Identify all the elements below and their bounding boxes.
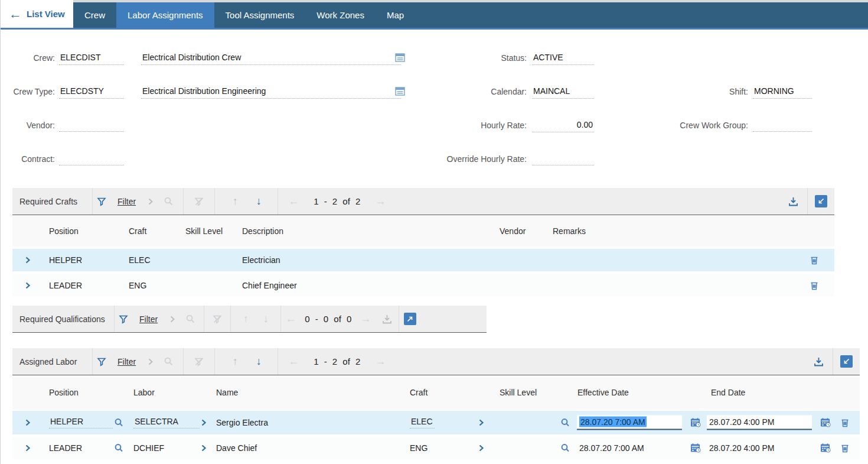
tab-crew[interactable]: Crew — [73, 2, 116, 28]
crew-type-detail-menu-icon[interactable] — [395, 87, 405, 98]
previous-row-icon[interactable]: ↑ — [236, 313, 256, 325]
position-cell: LEADER — [49, 281, 82, 290]
override-hourly-rate-field[interactable] — [532, 154, 594, 166]
vendor-field[interactable] — [59, 120, 124, 132]
expand-row-icon[interactable] — [24, 444, 31, 452]
filter-icon[interactable] — [115, 314, 132, 324]
expand-row-icon[interactable] — [24, 281, 31, 290]
back-arrow-icon: ← — [9, 8, 22, 21]
expand-row-icon[interactable] — [24, 418, 31, 427]
chevron-right-icon[interactable] — [142, 197, 159, 206]
override-hourly-rate-label: Override Hourly Rate: — [438, 154, 527, 164]
effective-date-lookup-icon[interactable] — [560, 443, 570, 453]
required-crafts-pager: 1 - 2 of 2 — [314, 196, 360, 206]
calendar-icon[interactable] — [690, 418, 701, 428]
name-detail-icon[interactable] — [200, 444, 207, 452]
previous-row-icon[interactable]: ↑ — [223, 195, 247, 207]
search-icon[interactable] — [159, 356, 177, 366]
craft-field[interactable]: ELEC — [410, 417, 435, 429]
next-row-icon[interactable]: ↓ — [247, 355, 270, 368]
crew-type-description-field[interactable]: Electrical Distribution Engineering — [141, 86, 401, 99]
calendar-icon[interactable] — [820, 443, 831, 453]
calendar-icon[interactable] — [690, 443, 701, 453]
shift-field[interactable]: MORNING — [753, 86, 812, 99]
previous-row-icon[interactable]: ↑ — [223, 355, 247, 368]
name-cell: Dave Chief — [216, 443, 257, 453]
calendar-field[interactable]: MAINCAL — [532, 86, 594, 99]
filter-link[interactable]: Filter — [118, 197, 136, 206]
required-crafts-row[interactable]: HELPER ELEC Electrician — [12, 249, 834, 271]
divider — [214, 348, 215, 375]
crew-field[interactable]: ELECDIST — [59, 53, 124, 65]
required-crafts-header: Position Craft Skill Level Description V… — [12, 216, 834, 246]
skill-level-detail-icon[interactable] — [478, 418, 485, 427]
chevron-right-icon[interactable] — [164, 315, 181, 323]
expand-section-icon[interactable] — [404, 313, 416, 325]
required-crafts-row[interactable]: LEADER ENG Chief Engineer — [12, 274, 834, 297]
tab-work-zones[interactable]: Work Zones — [305, 2, 376, 28]
name-detail-icon[interactable] — [200, 418, 207, 427]
crew-description-field[interactable]: Electrical Distribution Crew — [141, 53, 401, 65]
expand-row-icon[interactable] — [24, 256, 31, 264]
assigned-labor-row[interactable]: LEADER DCHIEF Dave Chief ENG 28.07.20 7:… — [12, 437, 860, 459]
skill-level-detail-icon[interactable] — [478, 444, 485, 452]
search-icon[interactable] — [181, 314, 199, 324]
labor-lookup-icon[interactable] — [114, 443, 124, 453]
column-header-labor: Labor — [133, 388, 155, 397]
effective-date-lookup-icon[interactable] — [560, 418, 570, 428]
divider — [399, 306, 399, 332]
download-icon[interactable] — [375, 314, 399, 325]
crew-work-group-field[interactable] — [753, 120, 812, 132]
back-to-list-view[interactable]: ← List View — [1, 0, 73, 28]
calendar-label: Calendar: — [438, 87, 527, 96]
column-header-remarks: Remarks — [553, 226, 586, 236]
hourly-rate-field[interactable]: 0.00 — [532, 120, 594, 132]
tab-labor-assignments[interactable]: Labor Assignments — [116, 2, 214, 28]
chevron-right-icon[interactable] — [142, 358, 159, 366]
delete-row-icon[interactable] — [840, 443, 850, 453]
nav-underline — [1, 28, 868, 30]
divider — [278, 188, 278, 215]
clear-filter-icon[interactable] — [184, 197, 214, 206]
delete-row-icon[interactable] — [810, 280, 819, 291]
collapse-section-icon[interactable] — [815, 195, 827, 207]
download-icon[interactable] — [779, 196, 807, 207]
previous-page-icon[interactable]: ← — [281, 313, 300, 325]
column-header-position: Position — [49, 388, 79, 397]
position-field[interactable]: HELPER — [49, 417, 113, 429]
crew-type-field[interactable]: ELECDSTY — [59, 86, 124, 99]
filter-icon[interactable] — [93, 357, 110, 366]
crew-detail-menu-icon[interactable] — [395, 53, 405, 64]
next-page-icon[interactable]: → — [368, 195, 392, 207]
next-row-icon[interactable]: ↓ — [256, 313, 276, 325]
tab-map[interactable]: Map — [376, 2, 415, 28]
contract-field[interactable] — [59, 154, 124, 166]
next-row-icon[interactable]: ↓ — [247, 195, 270, 207]
filter-link[interactable]: Filter — [118, 357, 136, 366]
collapse-section-icon[interactable] — [840, 355, 853, 368]
status-field[interactable]: ACTIVE — [532, 53, 594, 65]
effective-date-input[interactable]: 28.07.20 7:00 AM — [577, 416, 682, 430]
labor-lookup-icon[interactable] — [114, 418, 124, 428]
next-page-icon[interactable]: → — [368, 355, 392, 368]
delete-row-icon[interactable] — [840, 417, 850, 428]
calendar-icon[interactable] — [820, 418, 831, 428]
column-header-name: Name — [216, 388, 238, 397]
download-icon[interactable] — [804, 356, 833, 367]
next-page-icon[interactable]: → — [356, 313, 375, 325]
delete-row-icon[interactable] — [810, 255, 819, 265]
filter-link[interactable]: Filter — [139, 314, 158, 324]
column-header-skill-level: Skill Level — [500, 388, 537, 397]
clear-filter-icon[interactable] — [184, 357, 214, 366]
column-header-craft: Craft — [129, 226, 146, 236]
previous-page-icon[interactable]: ← — [282, 195, 305, 207]
labor-field[interactable]: SELECTRA — [133, 417, 200, 429]
assigned-labor-row[interactable]: HELPER SELECTRA Sergio Electra ELEC 28.0… — [12, 411, 860, 434]
filter-icon[interactable] — [93, 197, 110, 206]
clear-filter-icon[interactable] — [204, 314, 230, 324]
page: Crew Labor Assignments Tool Assignments … — [0, 0, 868, 464]
previous-page-icon[interactable]: ← — [282, 355, 305, 368]
end-date-input[interactable]: 28.07.20 4:00 PM — [707, 416, 812, 430]
tab-tool-assignments[interactable]: Tool Assignments — [214, 2, 306, 28]
search-icon[interactable] — [159, 196, 177, 206]
